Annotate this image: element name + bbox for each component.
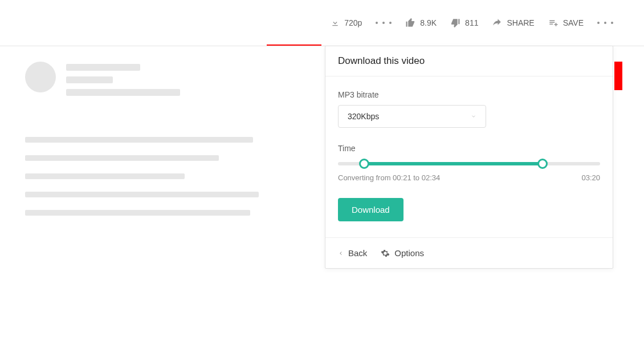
- bitrate-select[interactable]: 320Kbps: [338, 105, 486, 128]
- channel-info-block: [25, 62, 180, 96]
- playlist-add-icon: [548, 18, 559, 28]
- thumb-down-icon: [450, 18, 460, 28]
- channel-avatar[interactable]: [25, 62, 56, 92]
- skeleton-line: [66, 89, 180, 96]
- quality-label: 720p: [344, 18, 362, 27]
- chevron-left-icon: [338, 249, 344, 257]
- back-label: Back: [348, 248, 367, 258]
- popup-title: Download this video: [325, 46, 613, 76]
- slider-fill: [364, 162, 543, 165]
- time-slider[interactable]: [338, 162, 600, 165]
- skeleton-line: [66, 64, 140, 71]
- dislike-button[interactable]: 811: [450, 18, 478, 28]
- chevron-down-icon: [471, 114, 476, 119]
- download-button[interactable]: Download: [338, 198, 403, 221]
- like-count: 8.9K: [420, 18, 437, 27]
- description-skeleton: [25, 137, 259, 216]
- skeleton-line: [25, 173, 185, 179]
- dislike-count: 811: [465, 18, 478, 27]
- popup-footer: Back Options: [325, 237, 613, 268]
- time-info-row: Converting from 00:21 to 02:34 03:20: [338, 173, 600, 182]
- video-action-bar: 720p 8.9K 811 SHARE SAVE: [0, 16, 644, 30]
- thumb-up-icon: [405, 18, 415, 28]
- download-popup: Download this video MP3 bitrate 320Kbps …: [325, 46, 613, 269]
- back-button[interactable]: Back: [338, 248, 367, 258]
- slider-handle-start[interactable]: [359, 159, 369, 169]
- popup-body: MP3 bitrate 320Kbps Time Converting from…: [325, 76, 613, 237]
- slider-handle-end[interactable]: [537, 159, 548, 169]
- bitrate-value: 320Kbps: [348, 112, 379, 121]
- skeleton-line: [25, 155, 219, 161]
- save-label: SAVE: [563, 18, 584, 27]
- like-button[interactable]: 8.9K: [405, 18, 437, 28]
- quality-more-icon[interactable]: [376, 22, 392, 24]
- bitrate-label: MP3 bitrate: [338, 90, 600, 99]
- share-label: SHARE: [507, 18, 534, 27]
- time-status-text: Converting from 00:21 to 02:34: [338, 173, 440, 182]
- time-total-text: 03:20: [581, 173, 600, 182]
- skeleton-line: [25, 137, 253, 143]
- options-label: Options: [394, 248, 424, 258]
- options-button[interactable]: Options: [381, 248, 424, 258]
- time-label: Time: [338, 144, 600, 153]
- download-quality-button[interactable]: 720p: [331, 18, 362, 27]
- gear-icon: [381, 249, 390, 258]
- skeleton-line: [66, 76, 113, 83]
- share-button[interactable]: SHARE: [492, 18, 534, 28]
- download-icon: [331, 18, 340, 27]
- skeleton-line: [25, 192, 259, 197]
- channel-text-skeleton: [66, 64, 180, 96]
- save-button[interactable]: SAVE: [548, 18, 584, 28]
- share-icon: [492, 18, 502, 28]
- subscribe-tab-fragment: [614, 62, 622, 90]
- more-actions-icon[interactable]: [597, 22, 613, 24]
- skeleton-line: [25, 210, 250, 216]
